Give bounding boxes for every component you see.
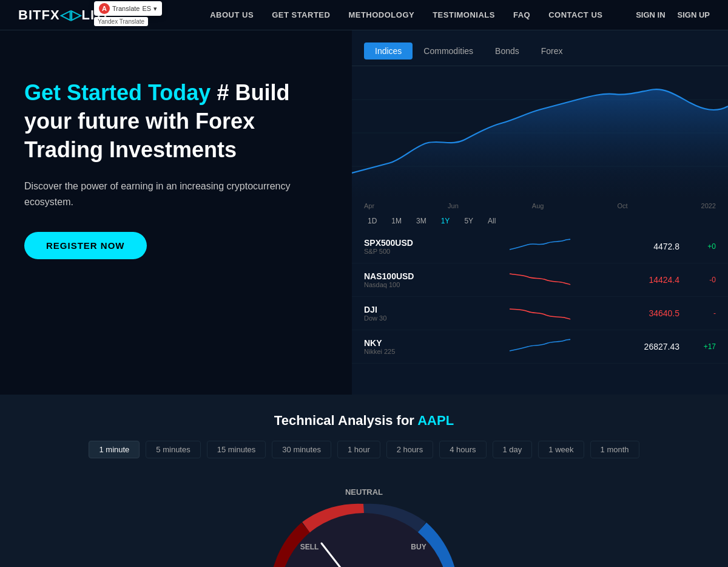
- mini-chart-nky: [461, 338, 619, 356]
- market-tabs: Indices Commodities Bonds Forex: [352, 36, 728, 66]
- period-1y[interactable]: 1Y: [437, 216, 454, 226]
- market-price-spx: 4472.8: [619, 242, 679, 251]
- tf-5min[interactable]: 5 minutes: [146, 441, 200, 458]
- tech-title-text: Technical Analysis for: [274, 413, 417, 428]
- period-all[interactable]: All: [484, 216, 499, 226]
- translate-label: Translate: [112, 5, 140, 12]
- hero-section: Get Started Today # Build your future wi…: [0, 30, 352, 395]
- market-symbol-dji: DJI Dow 30: [364, 305, 461, 322]
- chart-label-2022: 2022: [701, 202, 716, 209]
- tab-commodities[interactable]: Commodities: [413, 42, 484, 59]
- tf-1week[interactable]: 1 week: [538, 441, 584, 458]
- gauge-sell-label: SELL: [300, 543, 319, 551]
- market-price-dji: 34640.5: [619, 308, 679, 318]
- translate-icon: A: [99, 3, 110, 14]
- mini-chart-dji: [461, 304, 619, 322]
- chart-labels: Apr Jun Aug Oct 2022: [352, 200, 728, 212]
- hero-subtitle: Discover the power of earning in an incr…: [24, 178, 328, 209]
- market-name-dji: DJI: [364, 305, 461, 314]
- tab-indices[interactable]: Indices: [364, 42, 413, 59]
- signin-link[interactable]: SIGN IN: [636, 10, 665, 19]
- market-name-nky: NKY: [364, 338, 461, 348]
- period-1d[interactable]: 1D: [364, 216, 380, 226]
- tf-4hours[interactable]: 4 hours: [439, 441, 486, 458]
- market-change-nas: -0: [679, 276, 716, 284]
- market-rows: SPX500USD S&P 500 4472.8 +0 NAS100USD Na…: [352, 230, 728, 364]
- gauge-buy-label: BUY: [411, 543, 426, 551]
- tab-forex[interactable]: Forex: [530, 42, 574, 59]
- mini-chart-nas: [461, 271, 619, 289]
- period-1m[interactable]: 1M: [388, 216, 405, 226]
- market-full-dji: Dow 30: [364, 314, 461, 322]
- market-change-dji: -: [679, 309, 716, 317]
- tech-analysis-title: Technical Analysis for AAPL: [18, 413, 710, 429]
- nav-methodology[interactable]: METHODOLOGY: [348, 10, 414, 19]
- market-price-nas: 14424.4: [619, 275, 679, 285]
- market-row-dji[interactable]: DJI Dow 30 34640.5 -: [352, 297, 728, 330]
- chart-label-jun: Jun: [448, 202, 459, 209]
- market-symbol-nas: NAS100USD Nasdaq 100: [364, 271, 461, 288]
- tf-1day[interactable]: 1 day: [493, 441, 533, 458]
- nav-links: ABOUT US GET STARTED METHODOLOGY TESTIMO…: [210, 10, 602, 19]
- tech-title-ticker: AAPL: [417, 413, 454, 428]
- technical-analysis-section: Technical Analysis for AAPL 1 minute 5 m…: [0, 395, 728, 567]
- nav-faq[interactable]: FAQ: [513, 10, 530, 19]
- tf-30min[interactable]: 30 minutes: [272, 441, 331, 458]
- chart-label-apr: Apr: [364, 202, 374, 209]
- gauge-svg: NEUTRAL SELL BUY STRONG SELL STRONG BUY: [243, 477, 485, 567]
- market-price-nky: 26827.43: [619, 342, 679, 351]
- gauge-container: NEUTRAL SELL BUY STRONG SELL STRONG BUY: [243, 477, 485, 567]
- nav-testimonials[interactable]: TESTIMONIALS: [433, 10, 495, 19]
- chart-label-oct: Oct: [617, 202, 627, 209]
- market-symbol-spx: SPX500USD S&P 500: [364, 238, 461, 255]
- period-5y[interactable]: 5Y: [460, 216, 477, 226]
- tf-2hours[interactable]: 2 hours: [386, 441, 433, 458]
- time-frame-tabs: 1 minute 5 minutes 15 minutes 30 minutes…: [18, 441, 710, 458]
- tf-15min[interactable]: 15 minutes: [207, 441, 266, 458]
- market-name-spx: SPX500USD: [364, 238, 461, 248]
- translate-sub: Yandex Translate: [94, 17, 148, 26]
- market-full-nky: Nikkei 225: [364, 348, 461, 355]
- nav-about[interactable]: ABOUT US: [210, 10, 254, 19]
- market-row-nky[interactable]: NKY Nikkei 225 26827.43 +17: [352, 330, 728, 364]
- market-change-spx: +0: [679, 242, 716, 251]
- main-area: Get Started Today # Build your future wi…: [0, 30, 728, 395]
- translate-lang: ES: [142, 5, 151, 12]
- chart-label-aug: Aug: [532, 202, 544, 209]
- register-button[interactable]: REGISTER NOW: [24, 232, 147, 259]
- logo-text-left: BITFX: [18, 7, 60, 22]
- market-change-nky: +17: [679, 342, 716, 351]
- translate-badge[interactable]: A Translate ES ▾: [94, 1, 162, 16]
- trading-panel: Indices Commodities Bonds Forex: [352, 30, 728, 395]
- market-row-spx[interactable]: SPX500USD S&P 500 4472.8 +0: [352, 230, 728, 263]
- tf-1hour[interactable]: 1 hour: [337, 441, 380, 458]
- market-symbol-nky: NKY Nikkei 225: [364, 338, 461, 355]
- signup-link[interactable]: SIGN UP: [678, 10, 710, 19]
- nav-auth: SIGN IN SIGN UP: [636, 10, 710, 19]
- chevron-down-icon: ▾: [153, 5, 157, 13]
- tf-1month[interactable]: 1 month: [590, 441, 639, 458]
- tab-bonds[interactable]: Bonds: [484, 42, 530, 59]
- hero-title: Get Started Today # Build your future wi…: [24, 79, 328, 164]
- tf-1min[interactable]: 1 minute: [89, 441, 140, 458]
- nav-contact[interactable]: CONTACT US: [548, 10, 602, 19]
- market-row-nas[interactable]: NAS100USD Nasdaq 100 14424.4 -0: [352, 263, 728, 297]
- time-periods: 1D 1M 3M 1Y 5Y All: [352, 212, 728, 230]
- mini-chart-spx: [461, 237, 619, 256]
- period-3m[interactable]: 3M: [413, 216, 430, 226]
- market-full-nas: Nasdaq 100: [364, 281, 461, 288]
- navbar: BITFX◁▷LITE A Translate ES ▾ Yandex Tran…: [0, 0, 728, 30]
- price-chart: [352, 66, 728, 200]
- market-full-spx: S&P 500: [364, 248, 461, 255]
- hero-title-highlight: Get Started Today: [24, 80, 211, 105]
- gauge-neutral-label: NEUTRAL: [345, 487, 383, 497]
- chart-area: [352, 66, 728, 200]
- nav-get-started[interactable]: GET STARTED: [272, 10, 330, 19]
- market-name-nas: NAS100USD: [364, 271, 461, 281]
- logo-arrows: ◁▷: [60, 7, 82, 22]
